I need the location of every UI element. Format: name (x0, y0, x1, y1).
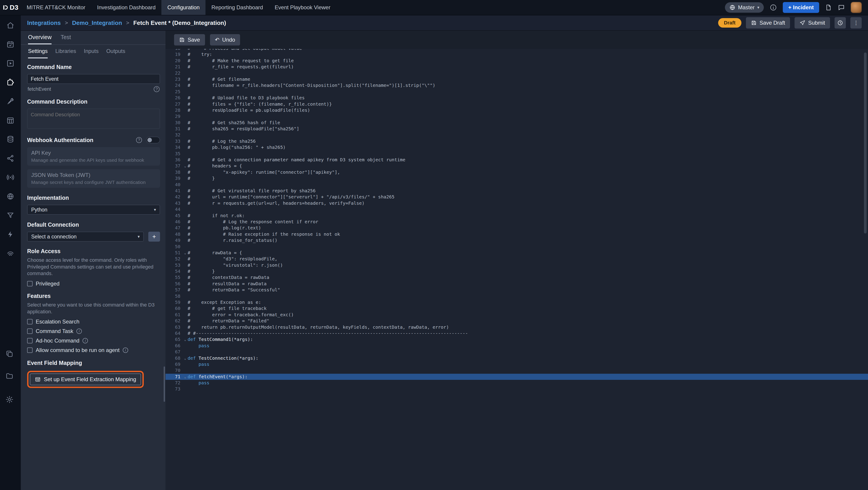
undo-button[interactable]: ↶ Undo (210, 34, 240, 46)
code-line[interactable]: 47# pb.log(r.text) (165, 225, 868, 231)
line-number[interactable]: 47 (165, 225, 183, 231)
line-number[interactable]: 34 (165, 144, 183, 150)
line-number[interactable]: 25 (165, 89, 183, 95)
run-on-agent-checkbox[interactable] (27, 347, 33, 353)
code-line[interactable]: 24# filename = r_file.headers["Content-D… (165, 82, 868, 88)
implementation-select[interactable]: Python ▾ (27, 205, 160, 215)
fold-icon[interactable]: ⌄ (183, 163, 188, 169)
tab-settings[interactable]: Settings (28, 45, 48, 58)
nav-reporting-dashboard[interactable]: Reporting Dashboard (206, 0, 269, 15)
code-line[interactable]: 26# # Upload file to D3 playbook files (165, 95, 868, 101)
code-line[interactable]: 46# # Log the response content if error (165, 219, 868, 225)
code-line[interactable]: 25 (165, 89, 868, 95)
connection-select[interactable]: Select a connection ▾ (27, 232, 144, 241)
code-line[interactable]: 20# # Make the request to get file (165, 58, 868, 64)
info-icon[interactable]: i (83, 338, 88, 343)
line-number[interactable]: 50 (165, 243, 183, 250)
line-number[interactable]: 73 (165, 386, 183, 392)
line-number[interactable]: 49 (165, 237, 183, 243)
code-line[interactable]: 72 pass (165, 380, 868, 386)
board-icon[interactable] (5, 115, 16, 125)
tab-overview[interactable]: Overview (28, 31, 52, 44)
code-line[interactable]: 34# pb.log("sha256: " + sha265) (165, 144, 868, 150)
line-number[interactable]: 24 (165, 82, 183, 88)
code-line[interactable]: 56# resultData = rawData (165, 281, 868, 287)
avatar[interactable] (851, 2, 862, 13)
line-number[interactable]: 64 (165, 330, 183, 337)
folder-icon[interactable] (5, 372, 16, 382)
line-number[interactable]: 59 (165, 299, 183, 306)
line-number[interactable]: 37 (165, 163, 183, 169)
webhook-auth-toggle[interactable] (146, 137, 160, 143)
code-line[interactable]: 55# contextData = rawData (165, 275, 868, 281)
info-icon[interactable] (770, 4, 777, 11)
code-line[interactable]: 58 (165, 293, 868, 299)
editor-scrollbar[interactable] (864, 53, 867, 233)
share-nodes-icon[interactable] (5, 153, 16, 163)
command-description-input[interactable] (27, 109, 160, 129)
line-number[interactable]: 70 (165, 367, 183, 374)
line-number[interactable]: 44 (165, 206, 183, 212)
tab-inputs[interactable]: Inputs (84, 45, 98, 58)
copy-pages-icon[interactable] (5, 350, 16, 360)
automation-zap-icon[interactable] (5, 229, 16, 239)
line-number[interactable]: 66 (165, 343, 183, 349)
d3-logo[interactable]: D3 (0, 4, 21, 11)
fold-icon[interactable]: ⌄ (183, 355, 188, 361)
line-number[interactable]: 68 (165, 355, 183, 361)
code-line[interactable]: 71⌄def fetchEvent(*args): (165, 374, 868, 380)
line-number[interactable]: 36 (165, 157, 183, 163)
line-number[interactable]: 57 (165, 287, 183, 293)
tab-outputs[interactable]: Outputs (106, 45, 125, 58)
line-number[interactable]: 40 (165, 182, 183, 188)
line-number[interactable]: 63 (165, 324, 183, 330)
line-number[interactable]: 41 (165, 188, 183, 194)
code-line[interactable]: 31# sha265 = resUploadFile["sha256"] (165, 126, 868, 132)
code-line[interactable]: 59# except Exception as e: (165, 299, 868, 306)
code-line[interactable]: 66 pass (165, 343, 868, 349)
line-number[interactable]: 30 (165, 120, 183, 126)
gear-icon[interactable] (5, 396, 16, 405)
line-number[interactable]: 55 (165, 275, 183, 281)
line-number[interactable]: 26 (165, 95, 183, 101)
save-draft-button[interactable]: Save Draft (746, 17, 790, 29)
code-line[interactable]: 41# # Get virustotal file report by sha2… (165, 188, 868, 194)
code-line[interactable]: 54# } (165, 268, 868, 275)
code-line[interactable]: 18# # Process and set output model value (165, 49, 868, 51)
line-number[interactable]: 58 (165, 293, 183, 299)
line-number[interactable]: 32 (165, 132, 183, 138)
adhoc-command-checkbox[interactable] (27, 338, 33, 343)
code-line[interactable]: 23# # Get filename (165, 76, 868, 82)
integrations-icon[interactable] (5, 77, 16, 87)
code-line[interactable]: 53# "virustotal": r.json() (165, 262, 868, 268)
add-connection-button[interactable]: + (148, 232, 160, 241)
document-icon[interactable] (825, 4, 832, 11)
master-branch-selector[interactable]: Master ▾ (725, 2, 764, 13)
line-number[interactable]: 27 (165, 101, 183, 107)
line-number[interactable]: 22 (165, 70, 183, 76)
code-line[interactable]: 48# # Raise exception if the response is… (165, 231, 868, 237)
utility-tools-icon[interactable] (5, 96, 16, 106)
code-line[interactable]: 51⌄# rawData = { (165, 250, 868, 256)
code-line[interactable]: 33# # Log the sha256 (165, 138, 868, 144)
code-line[interactable]: 27# files = {"file": (filename, r_file.c… (165, 101, 868, 107)
calendar-check-icon[interactable] (5, 39, 16, 49)
fold-icon[interactable]: ⌄ (183, 374, 188, 380)
nav-configuration[interactable]: Configuration (161, 0, 206, 15)
line-number[interactable]: 48 (165, 231, 183, 237)
nav-investigation-dashboard[interactable]: Investigation Dashboard (91, 0, 162, 15)
help-icon[interactable]: ? (154, 86, 160, 92)
event-field-mapping-button[interactable]: Set up Event Field Extraction Mapping (30, 374, 141, 385)
broadcast-icon[interactable] (5, 172, 16, 182)
code-line[interactable]: 30# # Get sha256 hash of file (165, 120, 868, 126)
line-number[interactable]: 69 (165, 361, 183, 367)
line-number[interactable]: 45 (165, 213, 183, 219)
line-number[interactable]: 71 (165, 374, 183, 380)
nav-mitre-attack-monitor[interactable]: MITRE ATT&CK Monitor (21, 0, 91, 15)
line-number[interactable]: 51 (165, 250, 183, 256)
line-number[interactable]: 18 (165, 49, 183, 51)
signal-waves-icon[interactable] (5, 249, 16, 258)
line-number[interactable]: 62 (165, 318, 183, 324)
line-number[interactable]: 43 (165, 200, 183, 206)
help-icon[interactable]: ? (136, 137, 142, 143)
